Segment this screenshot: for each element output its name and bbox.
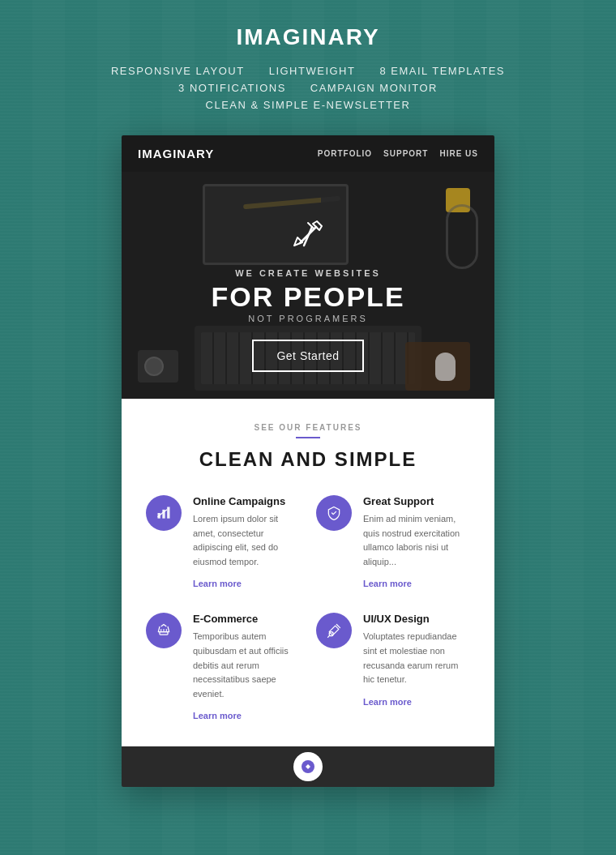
card-nav: IMAGINARY PORTFOLIO SUPPORT HIRE US <box>122 135 494 172</box>
feature-card-ecommerce: E-Commerce Temporibus autem quibusdam et… <box>146 613 300 722</box>
great-support-learn-more[interactable]: Learn more <box>363 579 412 588</box>
features-row2: 3 NOTIFICATIONS CAMPAIGN MONITOR <box>178 82 438 94</box>
online-campaigns-icon-circle <box>146 495 182 531</box>
ecommerce-text: E-Commerce Temporibus autem quibusdam et… <box>193 613 300 722</box>
nav-link-support[interactable]: SUPPORT <box>383 149 428 158</box>
feature-lightweight: LIGHTWEIGHT <box>269 65 356 77</box>
card-footer <box>122 746 494 787</box>
hero-subtitle: WE CREATE WEBSITES <box>211 268 404 278</box>
great-support-icon-circle <box>316 495 352 531</box>
ecommerce-title: E-Commerce <box>193 613 300 625</box>
nav-link-portfolio[interactable]: PORTFOLIO <box>318 149 372 158</box>
camera-decoration <box>138 350 178 383</box>
feature-card-online-campaigns: Online Campaigns Lorem ipsum dolor sit a… <box>146 495 300 590</box>
nav-links: PORTFOLIO SUPPORT HIRE US <box>318 149 478 158</box>
ecommerce-learn-more[interactable]: Learn more <box>193 711 242 720</box>
ecommerce-icon-circle <box>146 613 182 648</box>
uiux-title: UI/UX Design <box>363 613 470 625</box>
card-logo: IMAGINARY <box>138 147 214 160</box>
section-divider <box>296 437 320 438</box>
nav-link-hire-us[interactable]: HIRE US <box>439 149 478 158</box>
features-row3: CLEAN & SIMPLE E-NEWSLETTER <box>206 99 411 111</box>
shield-icon <box>326 505 342 521</box>
footer-logo <box>293 752 323 781</box>
uiux-text: UI/UX Design Voluptates repudiandae sint… <box>363 613 470 708</box>
svg-rect-6 <box>160 632 168 635</box>
basket-icon <box>156 622 172 639</box>
feature-campaign: CAMPAIGN MONITOR <box>310 82 438 94</box>
chart-icon <box>156 505 172 521</box>
online-campaigns-desc: Lorem ipsum dolor sit amet, consectetur … <box>193 512 300 569</box>
card-hero: WE CREATE WEBSITES FOR PEOPLE NOT PROGRA… <box>122 172 494 399</box>
online-campaigns-text: Online Campaigns Lorem ipsum dolor sit a… <box>193 495 300 590</box>
uiux-desc: Voluptates repudiandae sint et molestiae… <box>363 630 470 686</box>
email-card: IMAGINARY PORTFOLIO SUPPORT HIRE US <box>122 135 494 787</box>
hero-icon <box>211 215 404 259</box>
ecommerce-desc: Temporibus autem quibusdam et aut offici… <box>193 630 300 701</box>
hero-description: NOT PROGRAMERS <box>211 314 404 323</box>
feature-card-uiux: UI/UX Design Voluptates repudiandae sint… <box>316 613 470 722</box>
hero-content: WE CREATE WEBSITES FOR PEOPLE NOT PROGRA… <box>211 215 404 372</box>
features-row1: RESPONSIVE LAYOUT LIGHTWEIGHT 8 EMAIL TE… <box>111 65 505 77</box>
feature-enewsletter: CLEAN & SIMPLE E-NEWSLETTER <box>206 99 411 111</box>
great-support-desc: Enim ad minim veniam, quis nostrud exerc… <box>363 512 470 569</box>
site-title: IMAGINARY <box>236 24 379 50</box>
features-grid: Online Campaigns Lorem ipsum dolor sit a… <box>146 495 470 722</box>
uiux-learn-more[interactable]: Learn more <box>363 697 412 707</box>
card-header: IMAGINARY PORTFOLIO SUPPORT HIRE US <box>122 135 494 399</box>
feature-responsive: RESPONSIVE LAYOUT <box>111 65 245 77</box>
online-campaigns-title: Online Campaigns <box>193 495 300 507</box>
svg-rect-2 <box>167 507 169 519</box>
mouse-decoration <box>435 353 456 381</box>
get-started-button[interactable]: Get Started <box>252 340 363 372</box>
uiux-icon-circle <box>316 613 352 648</box>
great-support-title: Great Support <box>363 495 470 507</box>
feature-card-great-support: Great Support Enim ad minim veniam, quis… <box>316 495 470 590</box>
footer-logo-icon <box>300 759 316 775</box>
hero-title: FOR PEOPLE <box>211 283 404 310</box>
tools-icon <box>326 622 342 639</box>
great-support-text: Great Support Enim ad minim veniam, quis… <box>363 495 470 590</box>
headphones-decoration <box>446 204 478 269</box>
section-label: SEE OUR FEATURES <box>146 423 470 432</box>
online-campaigns-learn-more[interactable]: Learn more <box>193 579 242 588</box>
feature-notifications: 3 NOTIFICATIONS <box>178 82 286 94</box>
feature-email-templates: 8 EMAIL TEMPLATES <box>379 65 505 77</box>
section-title: CLEAN AND SIMPLE <box>146 448 470 471</box>
card-body: SEE OUR FEATURES CLEAN AND SIMPLE <box>122 399 494 746</box>
